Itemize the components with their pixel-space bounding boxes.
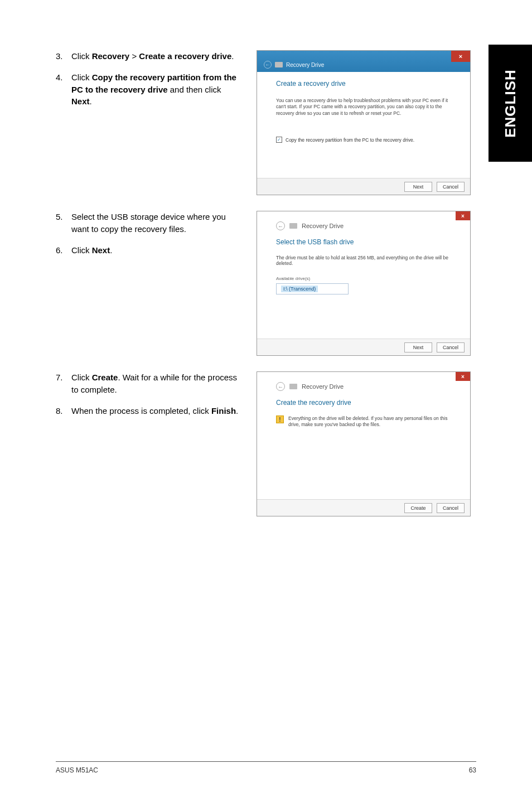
close-icon[interactable]: × <box>456 372 470 381</box>
wizard-body: ← Recovery Drive Create the recovery dri… <box>257 372 470 428</box>
drive-option-selected[interactable]: I:\ (Transcend) <box>281 286 318 292</box>
bold: Next <box>71 96 90 106</box>
block-3: 7. Click Create. Wait for a while for th… <box>56 371 471 516</box>
text: Click <box>71 373 92 382</box>
next-button[interactable]: Next <box>404 342 432 352</box>
warning-row: ! Everything on the drive will be delete… <box>276 416 451 428</box>
usb-drive-icon <box>275 62 283 67</box>
cancel-button[interactable]: Cancel <box>437 342 465 352</box>
step-body: Click Create. Wait for a while for the p… <box>71 371 243 396</box>
close-icon[interactable]: × <box>456 211 470 220</box>
footer-page-number: 63 <box>469 766 476 774</box>
block-1: 3. Click Recovery > Create a recovery dr… <box>56 50 471 195</box>
back-icon[interactable]: ← <box>276 382 285 391</box>
bold: Finish <box>211 406 236 416</box>
step-body: Click Next. <box>71 244 243 257</box>
wizard-titlebar: ← Recovery Drive <box>276 221 451 230</box>
step-number: 5. <box>56 211 71 235</box>
close-icon[interactable]: × <box>451 51 470 62</box>
wizard-body: Create a recovery drive You can use a re… <box>257 72 470 143</box>
text: . <box>110 245 112 255</box>
page-footer: ASUS M51AC 63 <box>56 761 476 774</box>
footer-model: ASUS M51AC <box>56 766 98 774</box>
wizard-titlebar: × ← Recovery Drive <box>257 51 470 72</box>
wizard-description: You can use a recovery drive to help tro… <box>276 98 451 117</box>
step-number: 7. <box>56 371 71 396</box>
checkbox-icon: ✓ <box>276 137 282 143</box>
bold: Next <box>92 245 110 255</box>
wizard-heading: Select the USB flash drive <box>276 238 451 246</box>
checkbox-label: Copy the recovery partition from the PC … <box>286 137 414 143</box>
text: . <box>90 96 92 106</box>
back-icon[interactable]: ← <box>276 221 285 230</box>
step-4: 4. Click Copy the recovery partition fro… <box>56 71 243 108</box>
wizard-description: The drive must be able to hold at least … <box>276 255 451 266</box>
bold: Create <box>92 373 118 382</box>
side-language-tab: ENGLISH <box>489 45 532 162</box>
side-language-label: ENGLISH <box>502 69 519 138</box>
text: . <box>231 51 234 61</box>
step-number: 3. <box>56 50 71 62</box>
text: When the process is completed, click <box>71 406 211 416</box>
screenshot-1-container: × ← Recovery Drive Create a recovery dri… <box>257 50 471 195</box>
text: Click <box>71 245 92 255</box>
recovery-wizard-screenshot-2: × ← Recovery Drive Select the USB flash … <box>257 211 471 356</box>
screenshot-2-container: × ← Recovery Drive Select the USB flash … <box>257 211 471 356</box>
usb-drive-icon <box>289 223 297 229</box>
breadcrumb-text: Recovery Drive <box>286 62 324 68</box>
wizard-footer: Create Cancel <box>257 499 470 516</box>
wizard-title-text: Recovery Drive <box>302 223 344 229</box>
text: Click <box>71 73 92 82</box>
wizard-titlebar: ← Recovery Drive <box>276 382 451 391</box>
recovery-wizard-screenshot-3: × ← Recovery Drive Create the recovery d… <box>257 371 471 516</box>
step-body: Click Copy the recovery partition from t… <box>71 71 243 108</box>
warning-icon: ! <box>276 416 284 423</box>
wizard-body: ← Recovery Drive Select the USB flash dr… <box>257 211 470 294</box>
cancel-button[interactable]: Cancel <box>437 503 465 513</box>
step-7: 7. Click Create. Wait for a while for th… <box>56 371 243 396</box>
warning-text: Everything on the drive will be deleted.… <box>288 416 451 428</box>
usb-drive-icon <box>289 384 297 389</box>
instruction-steps-1: 3. Click Recovery > Create a recovery dr… <box>56 50 257 195</box>
text: > <box>129 51 139 61</box>
instruction-steps-2: 5. Select the USB storage device where y… <box>56 211 257 356</box>
cancel-button[interactable]: Cancel <box>437 182 465 192</box>
wizard-breadcrumb: ← Recovery Drive <box>264 61 324 69</box>
wizard-title-text: Recovery Drive <box>302 383 344 390</box>
block-2: 5. Select the USB storage device where y… <box>56 211 471 356</box>
text: Click <box>71 51 92 61</box>
step-body: Click Recovery > Create a recovery drive… <box>71 50 243 62</box>
step-number: 8. <box>56 405 71 417</box>
page-content: 3. Click Recovery > Create a recovery dr… <box>56 50 471 532</box>
text: and then click <box>168 85 221 94</box>
screenshot-3-container: × ← Recovery Drive Create the recovery d… <box>257 371 471 516</box>
bold: Create a recovery drive <box>139 51 231 61</box>
instruction-steps-3: 7. Click Create. Wait for a while for th… <box>56 371 257 516</box>
create-button[interactable]: Create <box>404 503 432 513</box>
drive-listbox[interactable]: I:\ (Transcend) <box>276 283 349 294</box>
copy-partition-checkbox[interactable]: ✓ Copy the recovery partition from the P… <box>276 137 451 143</box>
step-8: 8. When the process is completed, click … <box>56 405 243 417</box>
step-body: When the process is completed, click Fin… <box>71 405 243 417</box>
step-3: 3. Click Recovery > Create a recovery dr… <box>56 50 243 62</box>
step-body: Select the USB storage device where you … <box>71 211 243 235</box>
available-drives-label: Available drive(s) <box>276 276 451 281</box>
wizard-heading: Create a recovery drive <box>276 80 451 88</box>
back-icon[interactable]: ← <box>264 61 272 69</box>
text: . <box>236 406 238 416</box>
wizard-footer: Next Cancel <box>257 339 470 355</box>
step-number: 4. <box>56 71 71 108</box>
wizard-heading: Create the recovery drive <box>276 399 451 407</box>
next-button[interactable]: Next <box>404 182 432 192</box>
step-6: 6. Click Next. <box>56 244 243 257</box>
wizard-footer: Next Cancel <box>257 178 470 195</box>
step-number: 6. <box>56 244 71 257</box>
step-5: 5. Select the USB storage device where y… <box>56 211 243 235</box>
bold: Recovery <box>92 51 130 61</box>
recovery-wizard-screenshot-1: × ← Recovery Drive Create a recovery dri… <box>257 50 471 195</box>
